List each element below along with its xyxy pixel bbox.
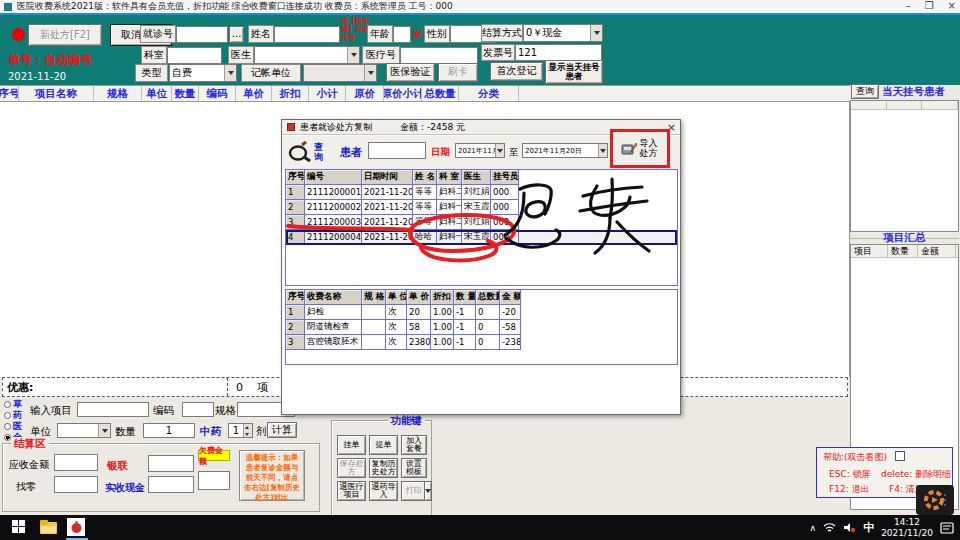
- table-cell: 妇科二: [437, 185, 462, 200]
- fn-button[interactable]: 退药导入: [369, 481, 398, 501]
- table-row[interactable]: 3宫腔镜取胚术次23801.00-10-2380: [286, 335, 677, 350]
- table-row[interactable]: 421112000042021-11-20哈哈妇科一宋玉霞000: [286, 230, 677, 245]
- patient-input[interactable]: [368, 142, 426, 159]
- tray-chevron-icon[interactable]: ∧: [810, 523, 817, 533]
- column-header: 序号: [286, 170, 305, 185]
- age-label: 年龄: [367, 25, 393, 43]
- taskbar-clock[interactable]: 14:12 2021/11/20: [881, 517, 933, 539]
- table-cell: 妇科一: [437, 200, 462, 215]
- close-button[interactable]: ×: [948, 0, 956, 11]
- discount-count: 0: [236, 381, 243, 394]
- table-row[interactable]: 121112000012021-11-20等等妇科二刘红娟000: [286, 185, 677, 200]
- table-row[interactable]: 321112000032021-11-20等等妇科二刘红娟000: [286, 215, 677, 230]
- table-cell: 2111200002: [305, 200, 362, 215]
- chevron-down-icon[interactable]: [495, 144, 504, 157]
- fn-button[interactable]: 加入套餐: [401, 435, 427, 455]
- name-input[interactable]: [274, 26, 340, 43]
- age-input[interactable]: [393, 26, 411, 43]
- settle-method-select[interactable]: 0￥现金: [523, 24, 603, 42]
- cn-med-value: 1: [229, 425, 243, 436]
- medical-no-input[interactable]: [400, 47, 478, 64]
- visit-no-input[interactable]: [176, 26, 228, 43]
- category-radio-医[interactable]: 医: [4, 421, 22, 431]
- fn-button[interactable]: 挂单: [337, 435, 366, 455]
- fn-button[interactable]: 提单: [369, 435, 398, 455]
- table-cell: 次: [386, 305, 407, 320]
- table-row[interactable]: 221112000022021-11-20等等妇科一宋玉霞000: [286, 200, 677, 215]
- print-dropdown-button[interactable]: [424, 481, 432, 501]
- dialog-query-button[interactable]: 查询: [288, 138, 334, 167]
- doctor-select[interactable]: [254, 46, 360, 64]
- new-prescription-button[interactable]: 新处方[F2]: [28, 24, 102, 46]
- date-from-select[interactable]: 2021年11月20日: [455, 143, 505, 158]
- notification-center-icon[interactable]: [940, 522, 954, 534]
- billing-app-taskbar-icon[interactable]: [67, 518, 85, 536]
- change-field[interactable]: [54, 476, 98, 493]
- receivable-field[interactable]: [54, 454, 98, 471]
- prescription-copy-dialog: 患者就诊处方复制 金额：-2458 元 × 查询 患者 日期 2021年11月2…: [281, 119, 681, 415]
- chevron-down-icon[interactable]: [224, 65, 236, 81]
- date-to-select[interactable]: 2021年11月20日: [522, 143, 608, 158]
- table-cell: 000: [491, 200, 519, 215]
- swipe-card-button[interactable]: 刷卡: [438, 63, 478, 82]
- chevron-down-icon[interactable]: [364, 65, 376, 81]
- system-tray: ∧ 中 14:12 2021/11/20: [810, 515, 960, 540]
- arrears-field[interactable]: [198, 471, 230, 490]
- cash-field[interactable]: [148, 476, 194, 493]
- column-header: 编号: [305, 170, 362, 185]
- fn-button[interactable]: 退医疗项目: [337, 481, 366, 501]
- type-select[interactable]: 自费: [169, 64, 237, 82]
- table-cell: 000: [491, 215, 519, 230]
- clock-time: 14:12: [894, 517, 920, 527]
- input-item-field[interactable]: [77, 402, 149, 417]
- first-register-button[interactable]: 首次登记: [490, 62, 543, 81]
- category-radio-草[interactable]: 草: [4, 399, 22, 409]
- speaker-muted-icon[interactable]: [843, 522, 856, 533]
- chevron-down-icon[interactable]: [347, 47, 359, 63]
- file-explorer-icon[interactable]: [40, 520, 58, 535]
- today-patients-list[interactable]: [850, 100, 959, 232]
- fn-button[interactable]: 复制历史处方: [369, 458, 398, 478]
- department-input[interactable]: [167, 47, 222, 64]
- account-unit-label: 记帐单位: [241, 64, 301, 82]
- category-radio-药[interactable]: 药: [4, 410, 22, 420]
- visit-no-browse-button[interactable]: …: [229, 26, 244, 43]
- column-header: 分类: [459, 86, 519, 101]
- insurance-verify-button[interactable]: 医保验证: [386, 63, 435, 82]
- unit-select[interactable]: [57, 423, 111, 438]
- screen-recorder-icon[interactable]: [916, 485, 954, 515]
- chevron-down-icon[interactable]: [590, 25, 602, 41]
- column-header: 总数量: [422, 86, 459, 101]
- table-row[interactable]: 1妇检次201.00-10-20: [286, 305, 677, 320]
- code-field[interactable]: [182, 402, 214, 417]
- stepper-arrows-icon[interactable]: [243, 424, 252, 437]
- table-row[interactable]: 2阴道镜检查次581.00-10-58: [286, 320, 677, 335]
- help-checkbox[interactable]: [895, 451, 905, 461]
- summary-title: 项目汇总: [850, 231, 959, 245]
- column-header: 数量: [172, 86, 199, 101]
- ime-indicator[interactable]: 中: [863, 520, 874, 535]
- function-keys-legend: 功能键: [388, 414, 426, 428]
- show-today-patients-button[interactable]: 显示当天挂号患者: [545, 60, 603, 84]
- chevron-down-icon[interactable]: [98, 424, 110, 437]
- minimize-button[interactable]: –: [906, 0, 911, 11]
- column-header: 折扣: [272, 86, 309, 101]
- column-header: 单 价: [407, 290, 431, 305]
- invoice-no-input[interactable]: 121: [515, 44, 602, 61]
- qty-field[interactable]: 1: [143, 423, 195, 438]
- settle-method-label: 结算方式: [481, 24, 523, 42]
- network-icon[interactable]: [823, 522, 836, 533]
- dialog-title: 患者就诊处方复制: [300, 121, 372, 134]
- fn-button[interactable]: 保存处方: [337, 458, 366, 478]
- fn-button[interactable]: 设置模板: [401, 458, 427, 478]
- calc-button[interactable]: 计算: [267, 422, 297, 438]
- unionpay-field[interactable]: [148, 455, 194, 472]
- chevron-down-icon[interactable]: [598, 144, 607, 157]
- column-header: 规格: [94, 86, 142, 101]
- query-button[interactable]: 查询: [851, 84, 879, 99]
- maximize-button[interactable]: ❐: [925, 0, 934, 11]
- table-cell: 000: [491, 230, 519, 245]
- account-unit-select[interactable]: [303, 64, 377, 82]
- start-button[interactable]: [12, 520, 26, 534]
- cn-med-stepper[interactable]: 1: [228, 423, 253, 438]
